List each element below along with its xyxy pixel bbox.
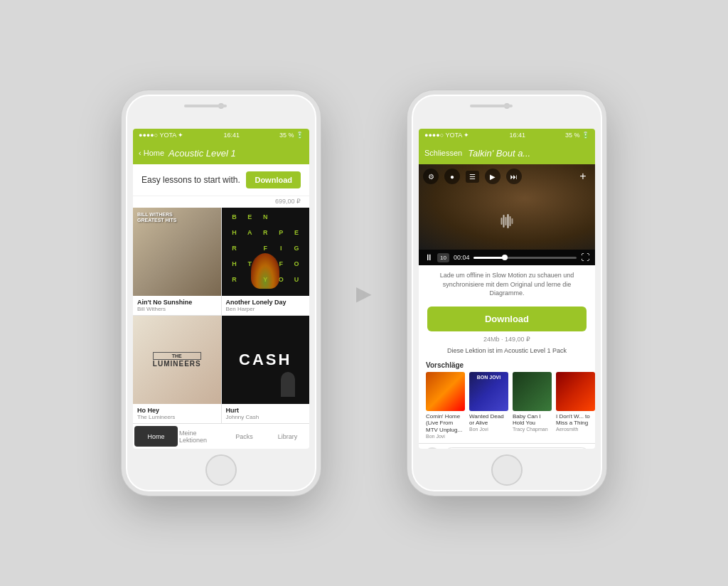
detail-description: Lade um offline in Slow Motion zu schaue…: [419, 265, 595, 304]
list-icon[interactable]: ☰: [466, 171, 479, 183]
phone-1: ●●●●○ YOTA ✦ 16:41 35 % 🔋 ‹ Home Acousti…: [122, 90, 321, 496]
cover-harper: B E N H A R P E R: [222, 208, 310, 296]
song-title-cash: Hurt: [226, 407, 306, 414]
song-info-harper: Another Lonely Day Ben Harper: [222, 296, 310, 315]
song-artist-bill: Bill Withers: [137, 306, 217, 312]
home-button-1[interactable]: [205, 454, 237, 486]
sugg-artist-wanted: Bon Jovi: [469, 427, 508, 432]
song-item-harper[interactable]: B E N H A R P E R: [222, 208, 310, 315]
main-scene: ●●●●○ YOTA ✦ 16:41 35 % 🔋 ‹ Home Acousti…: [122, 90, 606, 496]
song-item-lumineers[interactable]: THE LUMINEERS Ho Hey The Lumineers: [133, 316, 221, 423]
video-player[interactable]: ⚙ ● ☰ ▶ ⏭ + ⏸ 10 00:04: [419, 164, 595, 265]
songs-grid: BILL WITHERSGREATEST HITS Ain't No Sunsh…: [133, 208, 309, 423]
pack-info: Diese Lektion ist im Acoustic Level 1 Pa…: [419, 346, 595, 358]
add-icon[interactable]: +: [575, 169, 591, 184]
signal-2: ●●●●○ YOTA ✦: [424, 132, 469, 139]
sugg-cover-dont: [556, 372, 595, 411]
time-display: 00:04: [454, 254, 470, 261]
download-button-1[interactable]: Download: [246, 171, 301, 188]
nav-title-1: Acoustic Level 1: [168, 148, 236, 159]
song-title-lumineers: Ho Hey: [137, 407, 217, 414]
download-button-2[interactable]: Download: [427, 307, 587, 331]
suggestion-dont[interactable]: I Don't W... to Miss a Thing Aerosmith: [556, 372, 595, 439]
cover-bill: BILL WITHERSGREATEST HITS: [133, 208, 221, 296]
song-info-cash: Hurt Johnny Cash: [222, 404, 310, 423]
song-item-bill[interactable]: BILL WITHERSGREATEST HITS Ain't No Sunsh…: [133, 208, 221, 315]
time-2: 16:41: [509, 132, 525, 139]
price-info: 24Mb · 149,00 ₽: [419, 334, 595, 346]
skip-icon[interactable]: ⏭: [506, 169, 522, 184]
progress-dot: [502, 255, 508, 260]
cover-cash: Hurt CASH: [222, 316, 310, 404]
song-item-cash[interactable]: Hurt CASH Hurt Johnny Cash: [222, 316, 310, 423]
time-1: 16:41: [223, 132, 240, 139]
sugg-title-comin: Comin' Home (Live From MTV Unplug...: [426, 413, 465, 434]
cover-lumineers: THE LUMINEERS: [133, 316, 221, 404]
battery-1: 35 % 🔋: [279, 132, 304, 139]
screen-2: ●●●●○ YOTA ✦ 16:41 35 % 🔋 Schliessen Tal…: [419, 129, 595, 449]
video-left-icons: ⚙ ● ☰ ▶ ⏭: [423, 169, 522, 184]
tab-bar-1: Home Meine Lektionen Packs Library: [133, 423, 309, 449]
status-bar-2: ●●●●○ YOTA ✦ 16:41 35 % 🔋: [419, 129, 595, 142]
sugg-title-dont: I Don't W... to Miss a Thing: [556, 413, 595, 427]
suggestion-comin[interactable]: Comin' Home (Live From MTV Unplug... Bon…: [426, 372, 465, 439]
progress-fill: [473, 257, 504, 259]
song-info-bill: Ain't No Sunshine Bill Withers: [133, 296, 221, 315]
home-button-2[interactable]: [491, 454, 523, 486]
battery-2: 35 % 🔋: [565, 132, 589, 139]
play-icon[interactable]: ▶: [485, 169, 500, 184]
comment-input[interactable]: [444, 447, 589, 449]
status-bar-1: ●●●●○ YOTA ✦ 16:41 35 % 🔋: [133, 129, 309, 142]
sugg-artist-baby: Tracy Chapman: [513, 427, 552, 432]
tab-library[interactable]: Library: [266, 424, 309, 449]
suggestion-wanted[interactable]: BON JOVI Wanted Dead or Alive Bon Jovi: [469, 372, 508, 439]
sugg-artist-comin: Bon Jovi: [426, 434, 465, 439]
close-button[interactable]: Schliessen: [424, 149, 462, 157]
song-title-bill: Ain't No Sunshine: [137, 299, 217, 306]
tab-meine[interactable]: Meine Lektionen: [179, 424, 223, 449]
price-label-1: 699,00 ₽: [133, 196, 309, 208]
promo-banner: Easy lessons to start with. Download: [133, 164, 309, 196]
suggestions-label: Vorschläge: [419, 358, 595, 372]
video-top-controls: ⚙ ● ☰ ▶ ⏭ +: [423, 169, 591, 184]
song-artist-lumineers: The Lumineers: [137, 414, 217, 420]
sugg-artist-dont: Aerosmith: [556, 427, 595, 432]
settings-icon[interactable]: ⚙: [423, 169, 439, 184]
phone-2: ●●●●○ YOTA ✦ 16:41 35 % 🔋 Schliessen Tal…: [407, 90, 606, 496]
detail-nav: Schliessen Talkin' Bout a...: [419, 142, 595, 164]
time-badge: 10: [437, 253, 449, 262]
sugg-cover-wanted: BON JOVI: [469, 372, 508, 411]
song-artist-harper: Ben Harper: [226, 306, 306, 312]
tab-home[interactable]: Home: [134, 426, 178, 447]
video-thumbnail: ⚙ ● ☰ ▶ ⏭ +: [419, 164, 595, 250]
comment-bar: 🧍: [419, 443, 595, 449]
pause-button[interactable]: ⏸: [424, 252, 433, 262]
screen-1: ●●●●○ YOTA ✦ 16:41 35 % 🔋 ‹ Home Acousti…: [133, 129, 309, 449]
record-icon[interactable]: ●: [444, 169, 460, 184]
fullscreen-button[interactable]: ⛶: [581, 252, 589, 262]
video-controls-bar: ⏸ 10 00:04 ⛶: [419, 250, 595, 265]
song-info-lumineers: Ho Hey The Lumineers: [133, 404, 221, 423]
song-title-harper: Another Lonely Day: [226, 299, 306, 306]
tab-packs[interactable]: Packs: [223, 424, 266, 449]
sugg-cover-comin: [426, 372, 465, 411]
signal-1: ●●●●○ YOTA ✦: [139, 132, 183, 139]
detail-title: Talkin' Bout a...: [468, 148, 530, 159]
progress-bar[interactable]: [473, 257, 577, 259]
suggestions-row: Comin' Home (Live From MTV Unplug... Bon…: [419, 372, 595, 443]
song-artist-cash: Johnny Cash: [226, 414, 306, 420]
back-button-1[interactable]: ‹ Home: [139, 149, 164, 157]
arrow-icon: ▶: [356, 282, 372, 305]
sugg-title-wanted: Wanted Dead or Alive: [469, 413, 508, 427]
promo-text: Easy lessons to start with.: [141, 175, 240, 185]
sugg-title-baby: Baby Can I Hold You: [513, 413, 552, 427]
comment-avatar: 🧍: [424, 447, 440, 449]
suggestion-baby[interactable]: Baby Can I Hold You Tracy Chapman: [513, 372, 552, 439]
nav-bar-1: ‹ Home Acoustic Level 1: [133, 142, 309, 164]
sugg-cover-baby: [513, 372, 552, 411]
